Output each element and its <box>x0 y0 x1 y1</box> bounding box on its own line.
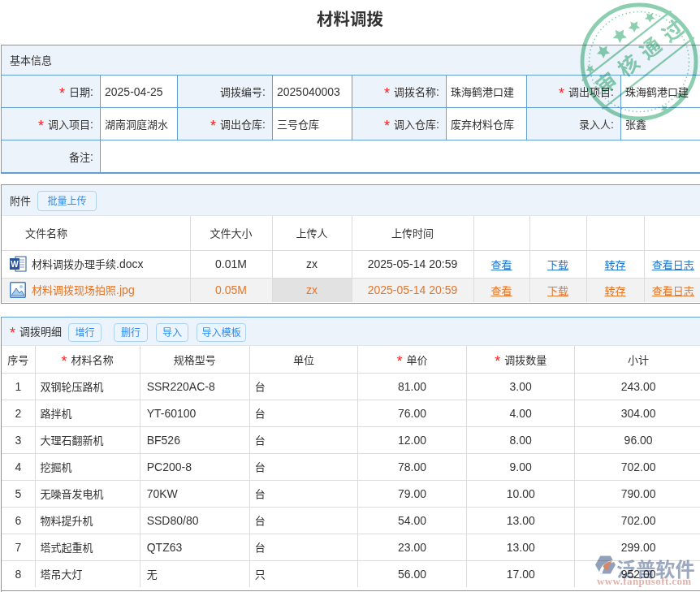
svg-text:W: W <box>11 260 19 269</box>
